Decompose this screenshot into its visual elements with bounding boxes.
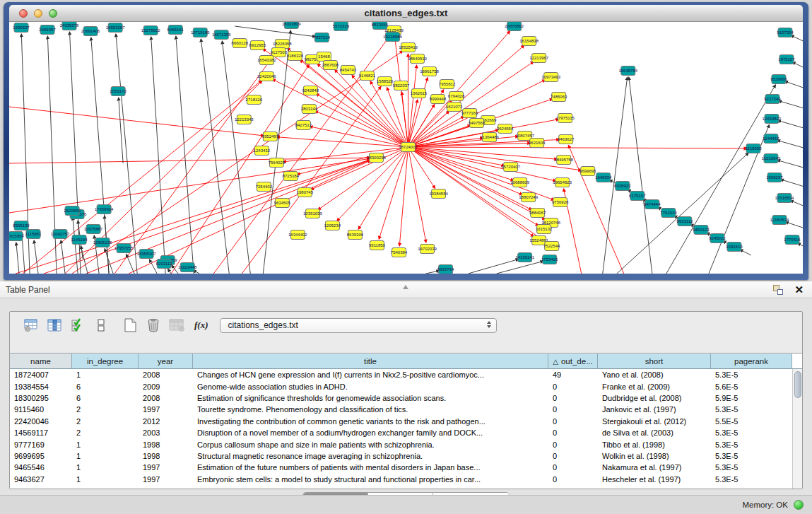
column-header-short[interactable]: short xyxy=(598,354,711,368)
scrollbar-thumb[interactable] xyxy=(794,371,801,398)
cell-name[interactable]: 19384554 xyxy=(10,382,72,391)
table-row[interactable]: 969969511998Structural magnetic resonanc… xyxy=(10,450,802,462)
cell-title[interactable]: Embryonic stem cells: a model to study s… xyxy=(193,475,548,484)
cell-pagerank[interactable]: 5.3E-5 xyxy=(711,463,792,472)
column-header-pagerank[interactable]: pagerank xyxy=(711,354,792,368)
cell-pagerank[interactable]: 5.3E-5 xyxy=(711,475,792,484)
cell-name[interactable]: 9777169 xyxy=(10,440,72,449)
cell-out_de[interactable]: 0 xyxy=(548,382,598,391)
cell-in_degree[interactable]: 1 xyxy=(72,475,139,484)
cell-year[interactable]: 2009 xyxy=(139,382,193,391)
cell-out_de[interactable]: 0 xyxy=(548,428,598,437)
cell-short[interactable]: Jankovic et al. (1997) xyxy=(598,405,711,414)
cell-title[interactable]: Tourette syndrome. Phenomenology and cla… xyxy=(193,405,548,414)
cell-name[interactable]: 9463627 xyxy=(10,475,72,484)
cell-title[interactable]: Investigating the contribution of common… xyxy=(193,417,548,426)
table-row[interactable]: 1830029562008Estimation of significance … xyxy=(10,392,802,404)
cell-out_de[interactable]: 0 xyxy=(548,440,598,449)
citation-network-graph[interactable]: 1872400718300295193845542242004618325419… xyxy=(9,22,803,274)
close-panel-icon[interactable]: ✕ xyxy=(794,285,804,295)
column-select-checklist-icon[interactable] xyxy=(69,317,86,333)
table-row[interactable]: 911546021997Tourette syndrome. Phenomeno… xyxy=(10,404,802,415)
cell-title[interactable]: Estimation of significance thresholds fo… xyxy=(193,394,548,402)
column-header-year[interactable]: year xyxy=(139,354,193,368)
cell-pagerank[interactable]: 5.6E-5 xyxy=(711,382,792,391)
delete-column-trash-icon[interactable] xyxy=(145,317,162,333)
table-row[interactable]: 1872400712008Changes of HCN gene express… xyxy=(10,369,802,380)
cell-out_de[interactable]: 0 xyxy=(548,452,598,460)
column-header-title[interactable]: title xyxy=(193,354,548,368)
table-selector-dropdown[interactable]: citations_edges.txt xyxy=(220,318,497,333)
cell-short[interactable]: Nakamura et al. (1997) xyxy=(598,463,711,472)
cell-in_degree[interactable]: 2 xyxy=(72,405,139,414)
network-canvas[interactable]: 1872400718300295193845542242004618325419… xyxy=(9,22,803,274)
cell-in_degree[interactable]: 2 xyxy=(72,428,139,437)
cell-year[interactable]: 1997 xyxy=(139,463,193,472)
cell-in_degree[interactable]: 1 xyxy=(72,370,139,379)
cell-short[interactable]: Tibbo et al. (1998) xyxy=(598,440,711,449)
cell-in_degree[interactable]: 1 xyxy=(72,440,139,449)
cell-short[interactable]: Dudbridge et al. (2008) xyxy=(598,394,711,402)
cell-year[interactable]: 2012 xyxy=(139,417,193,426)
cell-short[interactable]: de Silva et al. (2003) xyxy=(598,428,711,437)
cell-out_de[interactable]: 0 xyxy=(548,405,598,414)
row-height-icon[interactable] xyxy=(93,317,110,333)
cell-out_de[interactable]: 0 xyxy=(548,463,598,472)
cell-in_degree[interactable]: 1 xyxy=(72,452,139,460)
cell-pagerank[interactable]: 5.3E-5 xyxy=(711,370,792,379)
cell-short[interactable]: Stergiakouli et al. (2012) xyxy=(598,417,711,426)
cell-pagerank[interactable]: 5.3E-5 xyxy=(711,452,792,460)
cell-title[interactable]: Disruption of a novel member of a sodium… xyxy=(193,428,548,437)
cell-pagerank[interactable]: 5.3E-5 xyxy=(711,428,792,437)
cell-year[interactable]: 1997 xyxy=(139,475,193,484)
table-row[interactable]: 1456911722003Disruption of a novel membe… xyxy=(10,427,802,438)
cell-pagerank[interactable]: 5.5E-5 xyxy=(711,417,792,426)
cell-name[interactable]: 18300295 xyxy=(10,394,72,402)
cell-short[interactable]: Yano et al. (2008) xyxy=(598,370,711,379)
column-header-in_degree[interactable]: in_degree xyxy=(72,354,139,368)
cell-pagerank[interactable]: 5.3E-5 xyxy=(711,440,792,449)
cell-title[interactable]: Changes of HCN gene expression and I(f) … xyxy=(193,370,548,379)
function-builder-icon[interactable]: f(x) xyxy=(194,320,208,331)
table-settings-icon[interactable] xyxy=(23,317,40,333)
float-panel-icon[interactable] xyxy=(773,285,783,295)
cell-out_de[interactable]: 0 xyxy=(548,394,598,402)
cell-in_degree[interactable]: 6 xyxy=(72,394,139,402)
cell-out_de[interactable]: 0 xyxy=(548,475,598,484)
cell-out_de[interactable]: 0 xyxy=(548,417,598,426)
cell-name[interactable]: 14569117 xyxy=(10,428,72,437)
network-window-titlebar[interactable]: citations_edges.txt xyxy=(9,5,803,22)
cell-name[interactable]: 22420046 xyxy=(10,417,72,426)
column-header-out_de[interactable]: △out_de... xyxy=(548,354,598,368)
column-visibility-icon[interactable] xyxy=(46,317,63,333)
cell-year[interactable]: 1998 xyxy=(139,452,193,460)
table-row[interactable]: 1938455462009Genome-wide association stu… xyxy=(10,380,802,392)
cell-year[interactable]: 1998 xyxy=(139,440,193,449)
table-row[interactable]: 977716911998Corpus callosum shape and si… xyxy=(10,438,802,450)
cell-name[interactable]: 18724007 xyxy=(10,370,72,379)
table-vertical-scrollbar[interactable] xyxy=(792,369,802,489)
cell-title[interactable]: Structural magnetic resonance image aver… xyxy=(193,452,548,460)
splitter-handle-icon[interactable] xyxy=(403,285,408,289)
new-column-icon[interactable] xyxy=(122,317,139,333)
cell-name[interactable]: 9699695 xyxy=(10,452,72,460)
cell-pagerank[interactable]: 5.9E-5 xyxy=(711,394,792,402)
cell-year[interactable]: 2003 xyxy=(139,428,193,437)
cell-short[interactable]: Franke et al. (2009) xyxy=(598,382,711,391)
cell-name[interactable]: 9115460 xyxy=(10,405,72,414)
cell-in_degree[interactable]: 2 xyxy=(72,417,139,426)
cell-out_de[interactable]: 49 xyxy=(548,370,598,379)
cell-title[interactable]: Estimation of the future numbers of pati… xyxy=(193,463,548,472)
cell-short[interactable]: Hescheler et al. (1997) xyxy=(598,475,711,484)
column-header-name[interactable]: name xyxy=(10,354,72,368)
table-row[interactable]: 946554611997Estimation of the future num… xyxy=(10,462,802,473)
cell-title[interactable]: Genome-wide association studies in ADHD. xyxy=(193,382,548,391)
cell-year[interactable]: 2008 xyxy=(139,370,193,379)
cell-pagerank[interactable]: 5.3E-5 xyxy=(711,405,792,414)
cell-year[interactable]: 1997 xyxy=(139,405,193,414)
cell-in_degree[interactable]: 1 xyxy=(72,463,139,472)
cell-name[interactable]: 9465546 xyxy=(10,463,72,472)
cell-in_degree[interactable]: 6 xyxy=(72,382,139,391)
table-row[interactable]: 2242004622012Investigating the contribut… xyxy=(10,416,802,427)
table-row[interactable]: 946362711997Embryonic stem cells: a mode… xyxy=(10,474,802,485)
